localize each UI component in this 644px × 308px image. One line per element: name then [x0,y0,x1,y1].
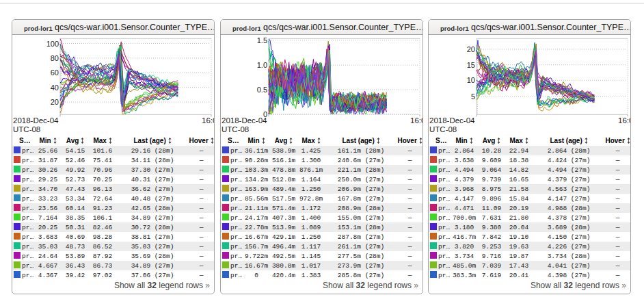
svg-text:20: 20 [467,45,475,53]
svg-text:0.5: 0.5 [257,86,267,94]
svg-text:80: 80 [51,54,59,62]
svg-text:40: 40 [51,84,59,92]
svg-text:20: 20 [51,98,59,106]
svg-text:10: 10 [467,76,475,84]
svg-text:5: 5 [471,92,475,101]
svg-text:1.5: 1.5 [257,36,267,44]
svg-text:60: 60 [51,68,59,77]
svg-text:1.0: 1.0 [257,61,267,69]
svg-text:15: 15 [467,61,475,69]
svg-text:100: 100 [46,40,59,48]
